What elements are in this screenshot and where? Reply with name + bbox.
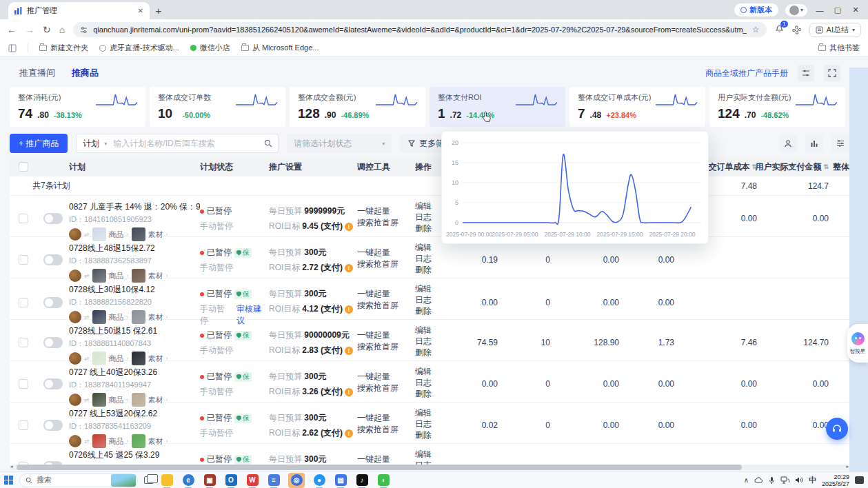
select-all-checkbox[interactable] xyxy=(19,162,28,172)
tool-quick-boost[interactable]: 一键起量 xyxy=(357,454,415,465)
scrollbar-thumb[interactable] xyxy=(17,465,742,470)
app-store-red[interactable]: ▣ xyxy=(203,474,216,487)
address-bar[interactable]: qianchuan.jinritemai.com/uni-prom?aavid=… xyxy=(73,22,766,37)
op-delete[interactable]: 删除 xyxy=(415,305,451,316)
op-delete[interactable]: 删除 xyxy=(415,388,451,399)
tool-quick-boost[interactable]: 一键起量 xyxy=(357,412,415,424)
plan-name[interactable]: 0727 线上53退20保2.62 xyxy=(69,408,200,420)
product-manual-link[interactable]: 商品全域推广产品手册 xyxy=(705,68,788,79)
new-tab-button[interactable]: + xyxy=(150,2,168,19)
row-toggle[interactable] xyxy=(43,213,63,224)
tool-quick-boost[interactable]: 一键起量 xyxy=(357,205,415,217)
edge-browser[interactable]: e xyxy=(181,474,195,487)
tool-search-screen[interactable]: 搜索抢首屏 xyxy=(357,341,415,353)
bookmark-item[interactable]: 从 Microsoft Edge... xyxy=(241,43,319,53)
op-log[interactable]: 日志 xyxy=(415,418,451,429)
bookmark-item[interactable]: 微信小店 xyxy=(190,43,230,53)
notification-center-icon[interactable] xyxy=(855,476,864,484)
op-edit[interactable]: 编辑 xyxy=(415,449,451,460)
op-edit[interactable]: 编辑 xyxy=(415,407,451,418)
person-icon[interactable] xyxy=(779,134,797,152)
start-button[interactable] xyxy=(4,476,13,485)
info-icon[interactable]: ! xyxy=(345,264,353,272)
tool-search-screen[interactable]: 搜索抢首屏 xyxy=(357,258,415,270)
plan-status-select[interactable]: 请筛选计划状态▾ xyxy=(287,134,392,153)
stat-card[interactable]: 整体消耗(元)74.80-38.13% xyxy=(10,87,145,127)
row-toggle[interactable] xyxy=(43,297,63,308)
tray-chevron-icon[interactable]: ∧ xyxy=(744,476,749,484)
file-explorer[interactable] xyxy=(160,474,174,487)
bookmark-star-icon[interactable]: ☆ xyxy=(752,25,760,34)
tab-live-room[interactable]: 推直播间 xyxy=(19,67,55,79)
network-icon[interactable] xyxy=(780,476,789,484)
info-icon[interactable]: ! xyxy=(345,223,353,231)
douyin[interactable]: ♪ xyxy=(355,474,369,487)
tool-quick-boost[interactable]: 一键起量 xyxy=(357,247,415,258)
tool-quick-boost[interactable]: 一键起量 xyxy=(357,329,415,341)
plan-name[interactable]: 0728线上30退10保4.12 xyxy=(69,284,200,296)
app-blue-2[interactable]: ▤ xyxy=(334,474,347,487)
info-icon[interactable]: ! xyxy=(345,429,353,438)
row-checkbox[interactable] xyxy=(19,379,28,389)
row-checkbox[interactable] xyxy=(19,255,28,265)
plan-name[interactable]: 0827 儿童手表 14% 退：20% 保：9.92 xyxy=(69,201,200,213)
site-settings-icon[interactable] xyxy=(80,26,88,34)
column-header[interactable]: 计划状态 xyxy=(200,161,269,173)
speaker-icon[interactable] xyxy=(795,476,803,484)
column-header[interactable]: 整体 xyxy=(833,161,849,173)
column-header[interactable]: 计划 xyxy=(69,161,200,173)
sort-icon[interactable]: ⇅ xyxy=(823,163,829,170)
bookmark-item[interactable]: 新建文件夹 xyxy=(39,43,88,53)
ai-summary-button[interactable]: AI总结▾ xyxy=(809,23,861,37)
op-delete[interactable]: 删除 xyxy=(415,429,451,440)
tool-quick-boost[interactable]: 一键起量 xyxy=(357,371,415,383)
browser-profile[interactable]: ▾ xyxy=(785,4,807,17)
row-checkbox[interactable] xyxy=(19,298,28,307)
taskbar-search[interactable]: 搜索 xyxy=(19,474,138,487)
help-button[interactable] xyxy=(826,418,848,440)
tool-quick-boost[interactable]: 一键起量 xyxy=(357,288,415,300)
weather-widget[interactable] xyxy=(111,474,136,487)
stat-card[interactable]: 整体支付ROI1.72-14.43% xyxy=(430,87,565,127)
op-edit[interactable]: 编辑 xyxy=(415,366,451,377)
row-toggle[interactable] xyxy=(43,420,63,431)
app-circle-blue[interactable]: ● xyxy=(312,474,326,487)
scroll-right-arrow[interactable]: ▸ xyxy=(846,464,849,469)
extensions-puzzle-icon[interactable] xyxy=(792,26,801,34)
op-log[interactable]: 日志 xyxy=(415,460,451,465)
new-version-badge[interactable]: 新版本 xyxy=(734,3,778,17)
stat-card[interactable]: 用户实际支付金额(元)124.70-48.62% xyxy=(709,87,845,127)
window-minimize-button[interactable]: — xyxy=(814,6,825,14)
column-header[interactable]: 推广设置 xyxy=(269,161,357,173)
window-close-button[interactable]: ✕ xyxy=(850,6,861,14)
window-maximize-button[interactable]: ▢ xyxy=(832,6,843,14)
plan-name[interactable]: 0726线上45 退25 保3.29 xyxy=(69,449,200,461)
op-log[interactable]: 日志 xyxy=(415,294,451,305)
plan-name[interactable]: 0728线上50退15 保2.61 xyxy=(69,325,200,337)
other-bookmarks[interactable]: 其他书签 xyxy=(818,43,860,53)
assistant-widget[interactable]: 智投星 xyxy=(847,324,868,363)
bookmark-item[interactable]: 虎牙直播-技术驱动... xyxy=(99,43,179,53)
tab-products[interactable]: 推商品 xyxy=(72,67,99,79)
wechat-store[interactable]: ◗ xyxy=(376,474,390,487)
ime-indicator[interactable]: 中 xyxy=(809,475,816,485)
column-header[interactable]: 用户实际支付金额⇅ xyxy=(755,161,829,173)
outlook[interactable]: O xyxy=(224,474,238,487)
row-checkbox[interactable] xyxy=(19,420,28,430)
cloud-icon[interactable] xyxy=(754,477,763,483)
back-button[interactable]: ← xyxy=(7,24,17,35)
row-checkbox[interactable] xyxy=(19,338,28,347)
op-delete[interactable]: 删除 xyxy=(415,347,451,358)
column-settings-icon[interactable] xyxy=(831,134,849,152)
info-icon[interactable]: ! xyxy=(345,305,353,314)
tab-close-icon[interactable]: ✕ xyxy=(138,7,143,14)
search-type-select[interactable]: 计划▾ xyxy=(77,138,113,150)
row-toggle[interactable] xyxy=(43,337,63,348)
app-blue-docs[interactable]: ≡ xyxy=(267,474,281,487)
home-button[interactable]: ⌂ xyxy=(59,24,65,35)
search-icon[interactable] xyxy=(264,139,272,148)
row-toggle[interactable] xyxy=(43,378,63,389)
chart-columns-icon[interactable] xyxy=(805,134,823,152)
forward-button[interactable]: → xyxy=(25,24,34,35)
promote-product-button[interactable]: + 推广商品 xyxy=(10,134,68,153)
